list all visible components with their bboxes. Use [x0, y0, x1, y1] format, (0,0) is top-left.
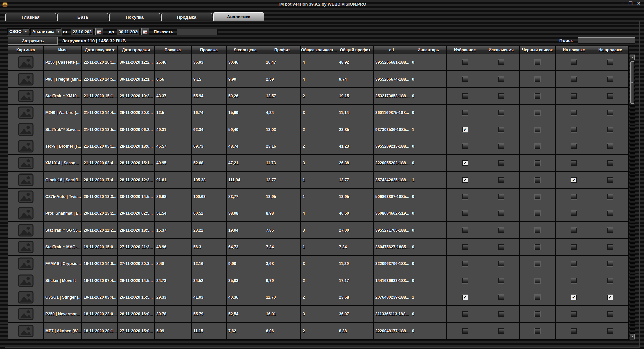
checkbox-selling[interactable]: ✔: [607, 295, 613, 300]
chevron-down-icon[interactable]: ▾: [23, 29, 29, 35]
table-row[interactable]: Glock-18 | Sacrifi...20-11-2020 17:4...2…: [8, 172, 629, 189]
checkbox-fav[interactable]: [462, 77, 468, 82]
checkbox-blacklist[interactable]: [535, 160, 540, 166]
checkbox-fav[interactable]: ✔: [462, 127, 468, 132]
checkbox-fav[interactable]: [462, 328, 468, 334]
maximize-button[interactable]: ❐: [628, 1, 632, 6]
checkbox-excl[interactable]: [498, 60, 504, 65]
checkbox-selling[interactable]: [607, 160, 613, 166]
tab-pokupka[interactable]: Покупка: [109, 13, 160, 21]
checkbox-fav[interactable]: [462, 110, 468, 115]
checkbox-excl[interactable]: [498, 77, 504, 82]
checkbox-excl[interactable]: [498, 261, 504, 266]
checkbox-blacklist[interactable]: [535, 295, 540, 300]
checkbox-fav[interactable]: [462, 278, 468, 283]
checkbox-buying[interactable]: [571, 261, 577, 266]
checkbox-fav[interactable]: ✔: [462, 160, 468, 166]
checkbox-buying[interactable]: [571, 244, 577, 250]
checkbox-excl[interactable]: [498, 144, 504, 149]
checkbox-blacklist[interactable]: [535, 177, 540, 183]
checkbox-blacklist[interactable]: [535, 228, 540, 233]
column-header-buy_date[interactable]: Дата покупки ▾: [82, 46, 118, 54]
scroll-down-button[interactable]: ▼: [630, 334, 635, 339]
table-row[interactable]: StatTrak™ SG 55...20-11-2020 11:2...28-1…: [8, 222, 629, 239]
table-row[interactable]: G3SG1 | Stinger (...19-11-2020 03:4...26…: [8, 289, 629, 306]
checkbox-selling[interactable]: [607, 328, 613, 334]
checkbox-blacklist[interactable]: [535, 311, 540, 317]
close-button[interactable]: ✕: [637, 1, 641, 6]
column-header-image[interactable]: Картинка: [8, 46, 44, 54]
checkbox-excl[interactable]: [498, 93, 504, 99]
checkbox-blacklist[interactable]: [535, 194, 540, 199]
checkbox-blacklist[interactable]: [535, 261, 540, 266]
checkbox-buying[interactable]: [571, 328, 577, 334]
checkbox-blacklist[interactable]: [535, 110, 540, 115]
column-header-selling[interactable]: На продаже: [592, 46, 629, 54]
checkbox-fav[interactable]: [462, 93, 468, 99]
table-row[interactable]: XM1014 | Seaso...21-11-2020 02:4...28-11…: [8, 155, 629, 172]
checkbox-selling[interactable]: [607, 177, 613, 183]
checkbox-selling[interactable]: [607, 144, 613, 149]
checkbox-blacklist[interactable]: [535, 211, 540, 216]
column-header-sell[interactable]: Продажа: [192, 46, 227, 54]
checkbox-excl[interactable]: [498, 127, 504, 132]
checkbox-buying[interactable]: [571, 228, 577, 233]
checkbox-buying[interactable]: [571, 60, 577, 65]
column-header-profit[interactable]: Профит: [264, 46, 301, 54]
checkbox-blacklist[interactable]: [535, 93, 540, 99]
checkbox-excl[interactable]: [498, 295, 504, 300]
checkbox-fav[interactable]: [462, 194, 468, 199]
table-row[interactable]: P90 | Freight (Min...22-11-2020 14:5...3…: [8, 71, 629, 88]
table-row[interactable]: StatTrak™ XM10...21-11-2020 15:1...29-11…: [8, 88, 629, 105]
table-row[interactable]: FAMAS | Crypsis ...19-11-2020 14:0...27-…: [8, 256, 629, 272]
chevron-down-icon[interactable]: ▾: [56, 29, 61, 35]
checkbox-fav[interactable]: [462, 60, 468, 65]
column-header-excl[interactable]: Исключения: [483, 46, 520, 54]
checkbox-selling[interactable]: [607, 311, 613, 317]
table-row[interactable]: Sticker | Move It19-11-2020 07:4...26-11…: [8, 272, 629, 289]
column-header-qty[interactable]: Общее количест...: [301, 46, 337, 54]
column-header-name[interactable]: Имя: [44, 46, 82, 54]
checkbox-buying[interactable]: [571, 278, 577, 283]
column-header-inventory[interactable]: Инвентарь: [410, 46, 447, 54]
filter-value-input[interactable]: [177, 29, 218, 35]
table-row[interactable]: Tec-9 | Brother (F...21-11-2020 03:1...2…: [8, 138, 629, 155]
checkbox-selling[interactable]: [607, 261, 613, 266]
table-row[interactable]: Prof. Shahmat | E...20-11-2020 13:2...29…: [8, 205, 629, 222]
checkbox-excl[interactable]: [498, 244, 504, 250]
checkbox-blacklist[interactable]: [535, 60, 540, 65]
checkbox-selling[interactable]: [607, 77, 613, 82]
column-header-blacklist[interactable]: Черный список: [520, 46, 556, 54]
checkbox-fav[interactable]: [462, 261, 468, 266]
checkbox-fav[interactable]: ✔: [462, 295, 468, 300]
table-row[interactable]: StatTrak™ Sawe...21-11-2020 13:5...30-11…: [8, 121, 629, 138]
checkbox-buying[interactable]: [571, 127, 577, 132]
table-row[interactable]: P250 | Nevermor...18-11-2020 22:0...26-1…: [8, 306, 629, 323]
checkbox-buying[interactable]: ✔: [571, 177, 577, 183]
checkbox-buying[interactable]: [571, 160, 577, 166]
search-input[interactable]: [578, 37, 635, 44]
tab-prodazha[interactable]: Продажа: [161, 13, 212, 21]
tab-baza[interactable]: База: [57, 13, 108, 21]
load-button[interactable]: Загрузить: [8, 37, 58, 45]
scroll-up-button[interactable]: ▲: [630, 55, 635, 60]
from-date-input[interactable]: [71, 29, 94, 35]
to-calendar-button[interactable]: [141, 28, 149, 35]
table-row[interactable]: MP7 | Akoben (W...18-11-2020 20:1...27-1…: [8, 323, 629, 340]
checkbox-blacklist[interactable]: [535, 144, 540, 149]
checkbox-buying[interactable]: [571, 93, 577, 99]
column-header-buy[interactable]: Покупка: [155, 46, 192, 54]
checkbox-buying[interactable]: [571, 110, 577, 115]
vertical-scrollbar[interactable]: ▲ ≡ ▼: [630, 54, 635, 340]
checkbox-excl[interactable]: [498, 278, 504, 283]
column-header-sell_date[interactable]: Дата продажи: [118, 46, 155, 54]
checkbox-selling[interactable]: [607, 93, 613, 99]
table-row[interactable]: StatTrak™ MAG-...19-11-2020 15:0...27-11…: [8, 239, 629, 256]
checkbox-blacklist[interactable]: [535, 244, 540, 250]
from-calendar-button[interactable]: [95, 28, 103, 35]
mode-select[interactable]: Аналитика ▾: [30, 28, 61, 35]
checkbox-buying[interactable]: [571, 211, 577, 216]
minimize-button[interactable]: –: [621, 1, 624, 6]
table-row[interactable]: P250 | Cassette (...22-11-2020 16:1...30…: [8, 54, 629, 71]
tab-analitika[interactable]: Аналитика: [213, 12, 264, 21]
